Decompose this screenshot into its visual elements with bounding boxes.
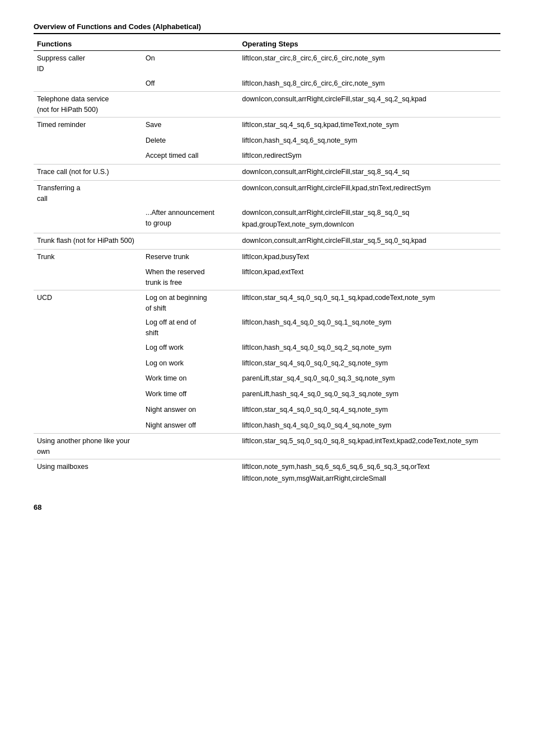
operating-steps-cell: liftIcon,redirectSym — [238, 148, 500, 164]
function-name-cell — [34, 402, 142, 418]
op-line: liftIcon,hash_sq,4_sq,0_sq,0_sq,2_sq,not… — [242, 342, 497, 353]
table-row: Log off workliftIcon,hash_sq,4_sq,0_sq,0… — [34, 340, 500, 356]
table-row: TrunkReserve trunkliftIcon,kpad,busyText — [34, 249, 500, 265]
function-sub-cell: Accept timed call — [142, 148, 238, 164]
operating-steps-cell: downIcon,consult,arrRight,circleFill,sta… — [238, 233, 500, 249]
table-row: Night answer offliftIcon,hash_sq,4_sq,0_… — [34, 418, 500, 434]
op-line: liftIcon,hash_sq,4_sq,0_sq,0_sq,1_sq,not… — [242, 317, 497, 328]
function-sub-cell: Reserve trunk — [142, 249, 238, 265]
op-line: liftIcon,star_sq,4_sq,6_sq,kpad,timeText… — [242, 120, 497, 130]
function-name-cell — [34, 205, 142, 233]
function-name-cell: Using mailboxes — [34, 459, 142, 486]
table-row: When the reservedtrunk is freeliftIcon,k… — [34, 265, 500, 290]
operating-steps-cell: liftIcon,note_sym,hash_sq,6_sq,6_sq,6_sq… — [238, 459, 500, 486]
table-row: Telephone data service(not for HiPath 50… — [34, 92, 500, 118]
op-line: downIcon,consult,arrRight,circleFill,sta… — [242, 208, 497, 218]
operating-steps-cell: downIcon,consult,arrRight,circleFill,kpa… — [238, 180, 500, 205]
function-name-cell: Trunk flash (not for HiPath 500) — [34, 233, 142, 249]
main-table: Functions Operating Steps Suppress calle… — [34, 37, 500, 486]
table-row: Accept timed callliftIcon,redirectSym — [34, 148, 500, 164]
function-name-cell — [34, 148, 142, 164]
function-name-cell: Suppress callerID — [34, 51, 142, 76]
operating-steps-cell: liftIcon,hash_sq,4_sq,6_sq,note_sym — [238, 133, 500, 149]
function-sub-cell — [142, 180, 238, 205]
function-name-cell — [34, 340, 142, 356]
function-name-cell: Telephone data service(not for HiPath 50… — [34, 92, 142, 118]
function-name-cell: UCD — [34, 290, 142, 315]
operating-steps-cell: liftIcon,star_sq,5_sq,0_sq,0_sq,8_sq,kpa… — [238, 434, 500, 459]
operating-steps-cell: liftIcon,star_sq,4_sq,0_sq,0_sq,4_sq,not… — [238, 402, 500, 418]
op-line: liftIcon,star_sq,4_sq,0_sq,0_sq,2_sq,not… — [242, 358, 497, 369]
op-line: liftIcon,hash_sq,4_sq,0_sq,0_sq,4_sq,not… — [242, 420, 497, 431]
function-sub-cell: Work time on — [142, 371, 238, 387]
table-row: Log on workliftIcon,star_sq,4_sq,0_sq,0_… — [34, 356, 500, 372]
table-row: Trace call (not for U.S.)downIcon,consul… — [34, 165, 500, 181]
functions-header: Functions — [34, 37, 238, 51]
op-line: liftIcon,hash_sq,8_circ,6_circ,6_circ,no… — [242, 78, 497, 89]
operating-steps-cell: liftIcon,hash_sq,8_circ,6_circ,6_circ,no… — [238, 76, 500, 92]
table-row: DeleteliftIcon,hash_sq,4_sq,6_sq,note_sy… — [34, 133, 500, 149]
op-line: downIcon,consult,arrRight,circleFill,sta… — [242, 94, 497, 105]
function-name-cell — [34, 371, 142, 387]
op-line: liftIcon,note_sym,msgWait,arrRight,circl… — [242, 473, 497, 484]
function-name-cell: Trunk — [34, 249, 142, 265]
op-line: liftIcon,star_sq,5_sq,0_sq,0_sq,8_sq,kpa… — [242, 436, 497, 447]
op-line: downIcon,consult,arrRight,circleFill,sta… — [242, 167, 497, 177]
operating-steps-cell: liftIcon,star_sq,4_sq,0_sq,0_sq,1_sq,kpa… — [238, 290, 500, 315]
function-sub-cell: Save — [142, 117, 238, 133]
operating-steps-cell: liftIcon,hash_sq,4_sq,0_sq,0_sq,2_sq,not… — [238, 340, 500, 356]
operating-steps-cell: liftIcon,hash_sq,4_sq,0_sq,0_sq,1_sq,not… — [238, 315, 500, 340]
operating-steps-cell: parenLift,star_sq,4_sq,0_sq,0_sq,3_sq,no… — [238, 371, 500, 387]
function-name-cell — [34, 265, 142, 290]
function-sub-cell: ...After announcementto group — [142, 205, 238, 233]
function-sub-cell: When the reservedtrunk is free — [142, 265, 238, 290]
op-line: parenLift,hash_sq,4_sq,0_sq,0_sq,3_sq,no… — [242, 389, 497, 400]
function-name-cell: Using another phone like your own — [34, 434, 142, 459]
op-line: liftIcon,kpad,busyText — [242, 252, 497, 262]
function-sub-cell: Night answer off — [142, 418, 238, 434]
operating-steps-cell: parenLift,hash_sq,4_sq,0_sq,0_sq,3_sq,no… — [238, 387, 500, 402]
operating-steps-cell: liftIcon,star_sq,4_sq,6_sq,kpad,timeText… — [238, 117, 500, 133]
op-line: downIcon,consult,arrRight,circleFill,sta… — [242, 236, 497, 246]
function-name-cell: Trace call (not for U.S.) — [34, 165, 142, 181]
operating-steps-cell: liftIcon,kpad,extText — [238, 265, 500, 290]
function-name-cell: Timed reminder — [34, 117, 142, 133]
table-row: Using mailboxesliftIcon,note_sym,hash_sq… — [34, 459, 500, 486]
operating-steps-cell: liftIcon,kpad,busyText — [238, 249, 500, 265]
op-line: liftIcon,hash_sq,4_sq,6_sq,note_sym — [242, 135, 497, 146]
op-line: liftIcon,note_sym,hash_sq,6_sq,6_sq,6_sq… — [242, 462, 497, 472]
function-sub-cell: Night answer on — [142, 402, 238, 418]
table-row: ...After announcementto groupdownIcon,co… — [34, 205, 500, 233]
op-line: liftIcon,star_sq,4_sq,0_sq,0_sq,1_sq,kpa… — [242, 293, 497, 303]
table-row: Log off at end ofshiftliftIcon,hash_sq,4… — [34, 315, 500, 340]
operating-steps-cell: downIcon,consult,arrRight,circleFill,sta… — [238, 205, 500, 233]
table-row: Trunk flash (not for HiPath 500)downIcon… — [34, 233, 500, 249]
op-line: kpad,groupText,note_sym,downIcon — [242, 219, 497, 230]
table-row: Transferring acalldownIcon,consult,arrRi… — [34, 180, 500, 205]
function-sub-cell: Log on at beginningof shift — [142, 290, 238, 315]
function-name-cell — [34, 356, 142, 372]
function-sub-cell: Log off work — [142, 340, 238, 356]
function-sub-cell — [142, 434, 238, 459]
table-row: Using another phone like your ownliftIco… — [34, 434, 500, 459]
function-name-cell — [34, 387, 142, 402]
operating-steps-cell: liftIcon,star_sq,4_sq,0_sq,0_sq,2_sq,not… — [238, 356, 500, 372]
table-row: Suppress callerIDOnliftIcon,star_circ,8_… — [34, 51, 500, 76]
function-sub-cell: Work time off — [142, 387, 238, 402]
function-name-cell — [34, 315, 142, 340]
function-sub-cell: Log on work — [142, 356, 238, 372]
function-sub-cell — [142, 459, 238, 486]
function-sub-cell: Off — [142, 76, 238, 92]
function-sub-cell: Delete — [142, 133, 238, 149]
operating-steps-cell: downIcon,consult,arrRight,circleFill,sta… — [238, 92, 500, 118]
table-row: Work time offparenLift,hash_sq,4_sq,0_sq… — [34, 387, 500, 402]
op-line: parenLift,star_sq,4_sq,0_sq,0_sq,3_sq,no… — [242, 373, 497, 384]
function-sub-cell — [142, 165, 238, 181]
table-row: OffliftIcon,hash_sq,8_circ,6_circ,6_circ… — [34, 76, 500, 92]
operating-steps-cell: downIcon,consult,arrRight,circleFill,sta… — [238, 165, 500, 181]
operating-steps-header: Operating Steps — [238, 37, 500, 51]
op-line: downIcon,consult,arrRight,circleFill,kpa… — [242, 183, 497, 194]
function-sub-cell — [142, 92, 238, 118]
function-sub-cell: On — [142, 51, 238, 76]
table-row: Timed reminderSaveliftIcon,star_sq,4_sq,… — [34, 117, 500, 133]
